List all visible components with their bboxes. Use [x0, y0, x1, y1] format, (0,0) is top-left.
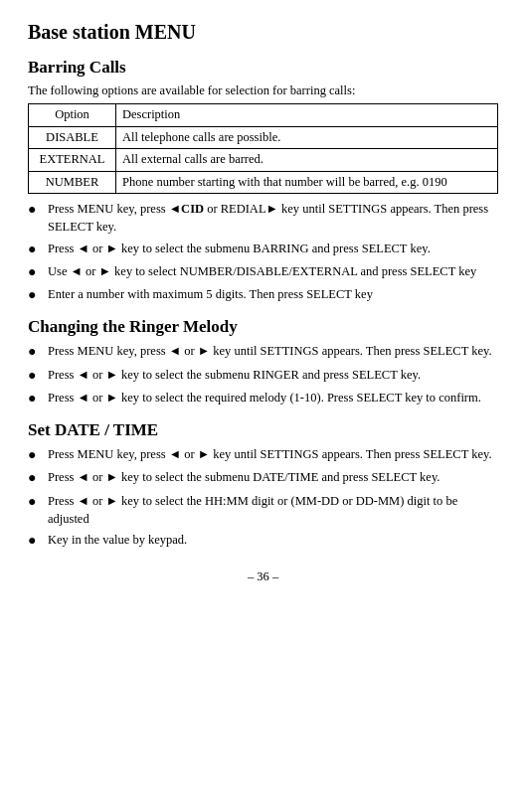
barring-intro: The following options are available for …	[28, 82, 498, 100]
bullet-icon: ●	[28, 445, 44, 465]
list-item: ● Press ◄ or ► key to select the require…	[28, 389, 498, 408]
list-item: ● Press MENU key, press ◄ or ► key until…	[28, 445, 498, 465]
bullet-text: Press ◄ or ► key to select the HH:MM dig…	[48, 492, 498, 528]
section-heading-barring: Barring Calls	[28, 56, 498, 80]
ringer-bullets: ● Press MENU key, press ◄ or ► key until…	[28, 342, 498, 408]
bullet-text: Press MENU key, press ◄ or ► key until S…	[48, 342, 492, 360]
table-cell-desc-number: Phone number starting with that number w…	[116, 171, 498, 194]
table-header-option: Option	[29, 104, 116, 127]
list-item: ● Press ◄ or ► key to select the submenu…	[28, 366, 498, 386]
barring-table: Option Description DISABLE All telephone…	[28, 103, 498, 194]
section-heading-ringer: Changing the Ringer Melody	[28, 315, 498, 339]
bullet-icon: ●	[28, 468, 44, 488]
table-cell-option-external: EXTERNAL	[29, 149, 116, 172]
table-row: NUMBER Phone number starting with that n…	[29, 171, 498, 194]
table-row: EXTERNAL All external calls are barred.	[29, 149, 498, 172]
list-item: ● Key in the value by keypad.	[28, 531, 498, 551]
list-item: ● Press ◄ or ► key to select the HH:MM d…	[28, 492, 498, 528]
page-title: Base station MENU	[28, 18, 498, 46]
barring-bullets: ● Press MENU key, press ◄CID or REDIAL► …	[28, 200, 498, 305]
list-item: ● Press MENU key, press ◄CID or REDIAL► …	[28, 200, 498, 236]
table-cell-option-number: NUMBER	[29, 171, 116, 194]
bullet-text: Press MENU key, press ◄ or ► key until S…	[48, 445, 492, 463]
bullet-text: Press ◄ or ► key to select the submenu D…	[48, 468, 439, 486]
bullet-icon: ●	[28, 389, 44, 408]
bullet-text: Use ◄ or ► key to select NUMBER/DISABLE/…	[48, 262, 476, 280]
bullet-text: Enter a number with maximum 5 digits. Th…	[48, 285, 373, 303]
section-barring-calls: Barring Calls The following options are …	[28, 56, 498, 305]
bullet-icon: ●	[28, 262, 44, 282]
cid-special-text: ◄CID	[169, 202, 204, 216]
table-cell-desc-disable: All telephone calls are possible.	[116, 126, 498, 149]
table-cell-option-disable: DISABLE	[29, 126, 116, 149]
bullet-text: Press ◄ or ► key to select the submenu R…	[48, 366, 421, 384]
list-item: ● Use ◄ or ► key to select NUMBER/DISABL…	[28, 262, 498, 282]
bullet-icon: ●	[28, 342, 44, 362]
datetime-bullets: ● Press MENU key, press ◄ or ► key until…	[28, 445, 498, 551]
bullet-icon: ●	[28, 492, 44, 512]
bullet-icon: ●	[28, 240, 44, 259]
bullet-icon: ●	[28, 531, 44, 551]
table-cell-desc-external: All external calls are barred.	[116, 149, 498, 172]
bullet-text: Press ◄ or ► key to select the submenu B…	[48, 240, 431, 257]
table-header-description: Description	[116, 104, 498, 127]
list-item: ● Enter a number with maximum 5 digits. …	[28, 285, 498, 305]
page-footer: – 36 –	[28, 568, 498, 586]
section-date-time: Set DATE / TIME ● Press MENU key, press …	[28, 418, 498, 551]
page-container: Base station MENU Barring Calls The foll…	[28, 18, 498, 586]
bullet-text: Key in the value by keypad.	[48, 531, 187, 549]
section-heading-datetime: Set DATE / TIME	[28, 418, 498, 442]
bullet-icon: ●	[28, 200, 44, 220]
table-row: DISABLE All telephone calls are possible…	[29, 126, 498, 149]
bullet-text: Press ◄ or ► key to select the required …	[48, 389, 481, 406]
bullet-icon: ●	[28, 366, 44, 386]
bullet-text: Press MENU key, press ◄CID or REDIAL► ke…	[48, 200, 498, 236]
section-ringer-melody: Changing the Ringer Melody ● Press MENU …	[28, 315, 498, 408]
footer-text: – 36 –	[248, 569, 278, 583]
list-item: ● Press MENU key, press ◄ or ► key until…	[28, 342, 498, 362]
list-item: ● Press ◄ or ► key to select the submenu…	[28, 468, 498, 488]
bullet-icon: ●	[28, 285, 44, 305]
list-item: ● Press ◄ or ► key to select the submenu…	[28, 240, 498, 259]
